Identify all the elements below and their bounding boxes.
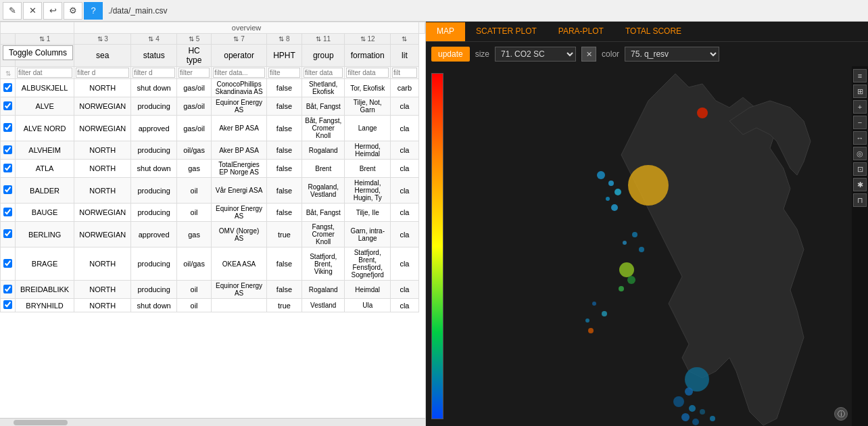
- bubble-sm-3: [639, 247, 644, 252]
- filter-group[interactable]: [302, 67, 345, 79]
- bubble-blue-2: [608, 181, 614, 186]
- overview-extra: [418, 22, 425, 34]
- bubble-blue-bot-6: [692, 419, 699, 425]
- formation-header[interactable]: formation: [345, 45, 390, 67]
- filter-operator-input[interactable]: [213, 68, 265, 78]
- row-checkbox[interactable]: [1, 79, 16, 97]
- cell-status: shut down: [131, 160, 177, 178]
- bubble-green-2: [619, 286, 624, 291]
- map-zoom-out[interactable]: −: [853, 116, 867, 129]
- cell-group: Båt, Fangst, Cromer Knoll: [302, 116, 345, 141]
- cell-group: Rogaland: [302, 281, 345, 299]
- row-checkbox[interactable]: [1, 247, 16, 281]
- pencil-button[interactable]: ✎: [3, 2, 22, 20]
- row-checkbox[interactable]: [1, 222, 16, 247]
- map-tools: ≡ ⊞ + − ↔ ◎ ⊡ ✱ ⊓: [852, 66, 868, 426]
- overview-label: overview: [74, 22, 419, 34]
- filter-field-input[interactable]: [17, 68, 72, 78]
- cell-formation: Garn, intra-Lange: [345, 222, 390, 247]
- para-tab[interactable]: PARA-PLOT: [548, 22, 614, 41]
- row-checkbox[interactable]: [1, 281, 16, 299]
- check-colnum: [1, 34, 16, 45]
- row-checkbox[interactable]: [1, 178, 16, 204]
- status-header[interactable]: status: [131, 45, 177, 67]
- cell-status: producing: [131, 204, 177, 222]
- undo-button[interactable]: ↩: [43, 2, 62, 20]
- scrollbar-thumb[interactable]: [14, 420, 68, 425]
- map-area: ≡ ⊞ + − ↔ ◎ ⊡ ✱ ⊓ ⓘ: [426, 66, 868, 426]
- group-header[interactable]: group: [302, 45, 345, 67]
- filter-status-input[interactable]: [132, 68, 175, 78]
- row-checkbox[interactable]: [1, 299, 16, 312]
- bubble-sm-2: [623, 241, 627, 245]
- row-checkbox[interactable]: [1, 160, 16, 178]
- hpht-header[interactable]: HPHT: [266, 45, 302, 67]
- settings-button[interactable]: ⚙: [64, 2, 82, 20]
- filter-hpht-input[interactable]: [268, 68, 300, 78]
- horizontal-scrollbar[interactable]: [0, 418, 425, 426]
- map-tool-4[interactable]: ◎: [853, 147, 867, 160]
- bubble-blue-5: [611, 204, 618, 211]
- filter-formation-input[interactable]: [346, 68, 388, 78]
- lit-header[interactable]: lit: [390, 45, 418, 67]
- color-select[interactable]: 75. q_resv: [625, 47, 719, 62]
- cell-field: BRAGE: [16, 247, 74, 281]
- col5-num: ⇅ 5: [176, 34, 211, 45]
- filter-hctype[interactable]: [176, 67, 211, 79]
- map-tool-1[interactable]: ≡: [853, 69, 867, 82]
- filter-hpht[interactable]: [266, 67, 302, 79]
- cell-sea: NORWEGIAN: [74, 97, 131, 116]
- sea-header[interactable]: sea: [74, 45, 131, 67]
- bubble-blue-bot-3: [689, 405, 696, 412]
- row-checkbox[interactable]: [1, 204, 16, 222]
- update-button[interactable]: update: [431, 47, 470, 62]
- cell-group: Båt, Fangst: [302, 97, 345, 116]
- help-button[interactable]: ?: [84, 2, 103, 20]
- cell-operator: Aker BP ASA: [212, 116, 267, 141]
- bubble-blue-bot-1: [685, 387, 693, 396]
- filter-sea[interactable]: [74, 67, 131, 79]
- cell-operator: Equinor Energy AS: [212, 97, 267, 116]
- row-checkbox[interactable]: [1, 116, 16, 141]
- map-tool-3[interactable]: ↔: [853, 131, 867, 145]
- cell-hctype: oil: [176, 299, 211, 312]
- map-tool-2[interactable]: ⊞: [853, 85, 867, 98]
- bubble-misc-3: [585, 318, 589, 323]
- filter-sea-input[interactable]: [76, 68, 129, 78]
- map-info-button[interactable]: ⓘ: [834, 407, 848, 421]
- cell-formation: Heimdal, Hermod, Hugin, Ty: [345, 178, 390, 204]
- size-close-button[interactable]: ✕: [581, 47, 596, 62]
- cell-hpht: false: [266, 97, 302, 116]
- map-tab[interactable]: MAP: [426, 22, 465, 41]
- bubble-green-1: [627, 276, 635, 284]
- filter-lit[interactable]: [390, 67, 418, 79]
- toggle-columns-button[interactable]: Toggle Columns: [3, 45, 73, 60]
- total-score-tab[interactable]: TOTAL SCORE: [614, 22, 692, 41]
- row-checkbox[interactable]: [1, 141, 16, 160]
- map-tool-6[interactable]: ✱: [853, 178, 867, 191]
- col12-num: ⇅ 12: [345, 34, 390, 45]
- cell-group: Statfjord, Brent, Viking: [302, 247, 345, 281]
- filter-operator[interactable]: [212, 67, 267, 79]
- scatter-tab[interactable]: SCATTER PLOT: [465, 22, 548, 41]
- hctype-header[interactable]: HCtype: [176, 45, 211, 67]
- operator-header[interactable]: operator: [212, 45, 267, 67]
- close-button[interactable]: ✕: [23, 2, 42, 20]
- map-tool-5[interactable]: ⊡: [853, 162, 867, 176]
- size-select[interactable]: 71. CO2 SC: [495, 47, 576, 62]
- table-row: BAUGE NORWEGIAN producing oil Equinor En…: [1, 204, 425, 222]
- table-wrapper[interactable]: overview ⇅ 1 ⇅ 3 ⇅ 4 ⇅ 5 ⇅ 7 ⇅ 8 ⇅ 11 ⇅ …: [0, 22, 425, 418]
- map-zoom-in[interactable]: +: [853, 100, 867, 114]
- row-checkbox[interactable]: [1, 97, 16, 116]
- cell-hpht: false: [266, 204, 302, 222]
- cell-hpht: true: [266, 299, 302, 312]
- filter-field[interactable]: [16, 67, 74, 79]
- filter-formation[interactable]: [345, 67, 390, 79]
- filter-lit-input[interactable]: [392, 68, 417, 78]
- filter-status[interactable]: [131, 67, 177, 79]
- filter-hctype-input[interactable]: [178, 68, 210, 78]
- map-tool-7[interactable]: ⊓: [853, 193, 867, 207]
- cell-lit: cla: [390, 141, 418, 160]
- bubble-blue-bot-4: [700, 409, 705, 415]
- filter-group-input[interactable]: [304, 68, 343, 78]
